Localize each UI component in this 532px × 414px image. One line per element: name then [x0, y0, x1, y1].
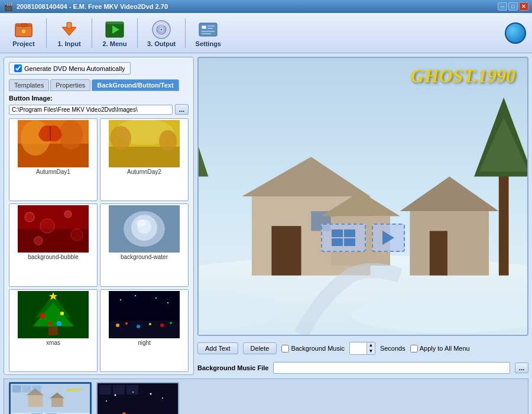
toolbar-sep-1	[46, 18, 47, 48]
file-path-row: ...	[4, 103, 193, 116]
project-icon	[13, 19, 34, 40]
menu-label: 2. Menu	[103, 40, 127, 47]
thumb-autumn2-img	[109, 120, 180, 167]
svg-rect-90	[28, 395, 43, 407]
output-label: 3. Output	[147, 40, 176, 47]
list-item[interactable]: AutumnDay2	[100, 118, 189, 201]
svg-point-41	[137, 219, 146, 227]
svg-rect-15	[202, 25, 206, 29]
apply-all-label: Apply to All Menu	[420, 345, 470, 352]
button-image-label: Button Image:	[4, 93, 193, 103]
thumb-xmas-img	[18, 291, 89, 338]
svg-point-12	[158, 23, 165, 27]
left-panel: Generate DVD Menu Automatically Template…	[4, 57, 194, 375]
list-item[interactable]: xmas	[9, 289, 98, 372]
browse-button[interactable]: ...	[175, 104, 189, 115]
thumb-autumn1-img	[18, 120, 89, 167]
seconds-label: Seconds	[380, 345, 406, 352]
svg-rect-99	[32, 386, 41, 393]
svg-point-59	[120, 299, 121, 300]
toolbar-sep-4	[185, 18, 186, 48]
globe-icon[interactable]	[505, 22, 526, 44]
svg-point-29	[159, 130, 177, 151]
toolbar-input[interactable]: 1. Input	[51, 17, 87, 50]
bg-music-checkbox[interactable]	[281, 345, 289, 352]
tab-properties[interactable]: Properties	[50, 79, 90, 91]
settings-label: Settings	[196, 40, 221, 47]
toolbar-settings[interactable]: Settings	[190, 17, 226, 50]
maximize-button[interactable]: □	[508, 2, 518, 11]
strip-thumb-2[interactable]	[96, 382, 179, 414]
svg-text:GHOST: GHOST	[66, 387, 83, 393]
svg-rect-76	[430, 231, 447, 276]
spinner-down[interactable]: ▼	[366, 348, 375, 354]
svg-rect-74	[410, 211, 489, 276]
app-icon: 🎬	[4, 2, 13, 11]
svg-point-109	[115, 394, 116, 396]
toolbar: Project 1. Input 2. Menu	[0, 13, 532, 53]
bg-music-checkbox-label[interactable]: Background Music	[281, 345, 345, 352]
apply-all-checkbox[interactable]	[410, 345, 418, 352]
output-icon	[151, 19, 172, 40]
svg-point-35	[71, 229, 83, 241]
strip-thumb-1-inner: GHOST	[11, 384, 90, 414]
right-panel: GHOST.1990 Add Text Delete	[197, 57, 528, 375]
svg-rect-16	[207, 25, 215, 27]
svg-rect-103	[126, 385, 138, 394]
svg-rect-102	[113, 385, 125, 394]
toolbar-output[interactable]: 3. Output	[142, 17, 180, 50]
thumbnail-grid: AutumnDay1 AutumnDay2	[4, 116, 193, 374]
list-item[interactable]: background-bubble	[9, 203, 98, 286]
svg-point-58	[170, 322, 172, 324]
bg-music-label: Background Music	[291, 345, 345, 352]
play-button[interactable]	[372, 224, 405, 252]
project-label: Project	[12, 40, 34, 47]
generate-menu-checkbox-label[interactable]: Generate DVD Menu Automatically	[9, 62, 131, 75]
music-browse-button[interactable]: ...	[515, 363, 528, 373]
thumb-label: AutumnDay2	[127, 169, 161, 175]
window-title: 20081008140404 - E.M. Free MKV Video2Dvd…	[17, 3, 168, 10]
thumb-water-img	[109, 205, 180, 253]
tab-templates[interactable]: Templates	[9, 79, 49, 91]
toolbar-menu[interactable]: 2. Menu	[97, 17, 132, 50]
thumb-bubble-img	[18, 205, 89, 253]
close-button[interactable]: ✕	[519, 2, 528, 11]
preview-buttons	[321, 224, 405, 252]
svg-point-57	[160, 324, 164, 327]
svg-point-32	[25, 212, 34, 222]
preview-background: GHOST.1990	[199, 58, 527, 335]
seconds-spinner[interactable]: 25 ▲ ▼	[349, 342, 375, 355]
grid-button[interactable]	[321, 224, 366, 252]
list-item[interactable]: night	[100, 289, 189, 372]
file-path-input[interactable]	[9, 105, 173, 115]
list-item[interactable]: AutumnDay1	[9, 118, 98, 201]
toolbar-sep-2	[92, 18, 92, 48]
svg-point-56	[149, 323, 151, 325]
generate-menu-checkbox[interactable]	[14, 64, 22, 72]
svg-point-46	[40, 313, 45, 318]
snow-scene-svg	[199, 58, 527, 335]
svg-point-113	[106, 400, 107, 402]
svg-point-53	[116, 324, 119, 327]
delete-button[interactable]: Delete	[243, 342, 277, 354]
seconds-input[interactable]: 25	[350, 344, 366, 352]
minimize-button[interactable]: ─	[498, 2, 507, 11]
title-controls: ─ □ ✕	[498, 2, 528, 11]
spinner-up[interactable]: ▲	[366, 342, 375, 348]
generate-menu-label: Generate DVD Menu Automatically	[24, 65, 125, 72]
svg-point-3	[21, 29, 26, 34]
toolbar-project[interactable]: Project	[6, 17, 41, 50]
add-text-button[interactable]: Add Text	[197, 342, 238, 354]
title-bar-left: 🎬 20081008140404 - E.M. Free MKV Video2D…	[4, 2, 168, 11]
input-icon	[59, 19, 80, 40]
list-item[interactable]: background-water	[100, 203, 189, 286]
svg-point-13	[161, 28, 163, 30]
tab-background-button-text[interactable]: BackGround/Button/Text	[92, 79, 179, 91]
apply-all-checkbox-label[interactable]: Apply to All Menu	[410, 345, 470, 352]
svg-rect-52	[109, 321, 180, 338]
play-icon	[382, 231, 394, 245]
strip-thumb-1[interactable]: GHOST	[9, 382, 92, 414]
svg-rect-72	[271, 226, 301, 276]
music-file-input[interactable]	[273, 362, 510, 374]
svg-point-111	[150, 393, 152, 395]
